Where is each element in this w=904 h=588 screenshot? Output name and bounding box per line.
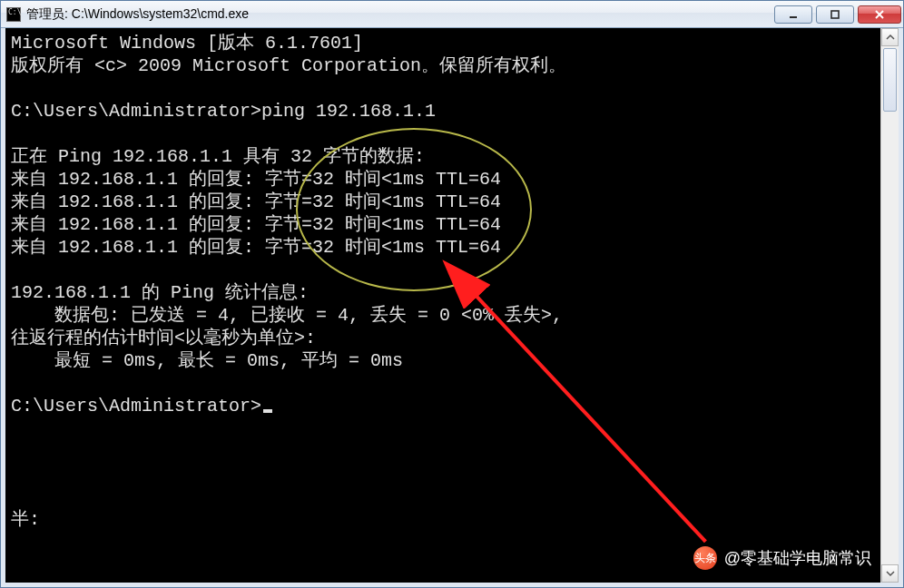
console-line: 来自 192.168.1.1 的回复: 字节=32 时间<1ms TTL=64 bbox=[11, 237, 501, 258]
console-line: 来自 192.168.1.1 的回复: 字节=32 时间<1ms TTL=64 bbox=[11, 214, 501, 235]
minimize-button[interactable] bbox=[774, 5, 812, 24]
console-line: 来自 192.168.1.1 的回复: 字节=32 时间<1ms TTL=64 bbox=[11, 191, 501, 212]
svg-rect-1 bbox=[831, 11, 839, 18]
console-prompt: C:\Users\Administrator> bbox=[11, 396, 261, 416]
console-line: 192.168.1.1 的 Ping 统计信息: bbox=[11, 282, 309, 303]
console-line: 来自 192.168.1.1 的回复: 字节=32 时间<1ms TTL=64 bbox=[11, 169, 501, 190]
text-cursor bbox=[263, 409, 272, 413]
window-controls bbox=[774, 5, 901, 24]
maximize-button[interactable] bbox=[816, 5, 854, 24]
console-line: 最短 = 0ms, 最长 = 0ms, 平均 = 0ms bbox=[11, 350, 403, 371]
console-line: 数据包: 已发送 = 4, 已接收 = 4, 丢失 = 0 <0% 丢失>, bbox=[11, 305, 563, 326]
window-title: 管理员: C:\Windows\system32\cmd.exe bbox=[26, 6, 769, 23]
client-area: Microsoft Windows [版本 6.1.7601] 版权所有 <c>… bbox=[1, 28, 903, 587]
scroll-up-button[interactable] bbox=[881, 28, 899, 46]
vertical-scrollbar[interactable] bbox=[880, 28, 899, 583]
console-prompt: C:\Users\Administrator>ping 192.168.1.1 bbox=[11, 101, 436, 122]
titlebar[interactable]: 管理员: C:\Windows\system32\cmd.exe bbox=[1, 1, 903, 28]
scroll-thumb[interactable] bbox=[883, 48, 897, 112]
svg-rect-0 bbox=[790, 16, 797, 18]
console-viewport[interactable]: Microsoft Windows [版本 6.1.7601] 版权所有 <c>… bbox=[5, 28, 880, 583]
chevron-up-icon bbox=[886, 33, 895, 42]
console-line: 正在 Ping 192.168.1.1 具有 32 字节的数据: bbox=[11, 146, 425, 167]
minimize-icon bbox=[788, 9, 799, 20]
close-icon bbox=[874, 9, 885, 20]
scroll-down-button[interactable] bbox=[881, 564, 899, 583]
cmd-window: 管理员: C:\Windows\system32\cmd.exe Microso… bbox=[0, 0, 904, 588]
console-output: Microsoft Windows [版本 6.1.7601] 版权所有 <c>… bbox=[5, 28, 880, 583]
watermark-badge: 头条 bbox=[693, 546, 717, 570]
scroll-track[interactable] bbox=[881, 46, 899, 564]
watermark: 头条 @零基础学电脑常识 bbox=[693, 546, 871, 570]
console-line: 半: bbox=[11, 509, 40, 530]
console-line: Microsoft Windows [版本 6.1.7601] bbox=[11, 33, 363, 54]
console-line: 版权所有 <c> 2009 Microsoft Corporation。保留所有… bbox=[11, 55, 566, 76]
console-line: 往返行程的估计时间<以毫秒为单位>: bbox=[11, 328, 316, 348]
chevron-down-icon bbox=[886, 569, 895, 578]
maximize-icon bbox=[830, 9, 840, 20]
close-button[interactable] bbox=[858, 5, 901, 24]
app-icon bbox=[6, 7, 21, 22]
watermark-text: @零基础学电脑常识 bbox=[724, 547, 871, 569]
